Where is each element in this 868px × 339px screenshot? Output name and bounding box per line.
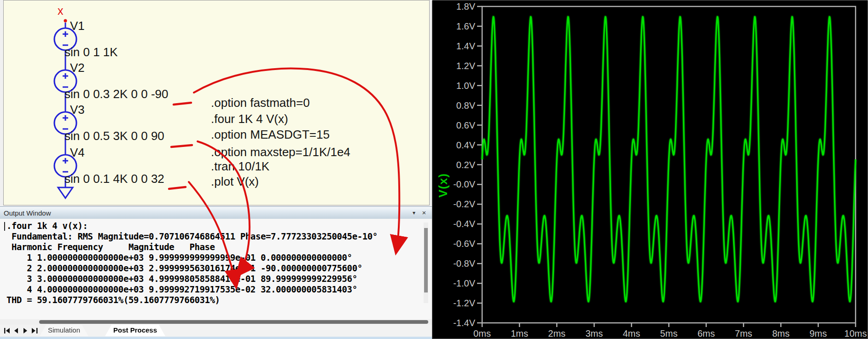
vertical-scrollbar[interactable] — [424, 222, 428, 303]
ground-symbol[interactable] — [58, 187, 73, 198]
spice-directive[interactable]: .four 1K 4 V(x) — [211, 113, 288, 125]
y-tick-label: 1.6V — [456, 21, 476, 31]
source-value-v2[interactable]: sin 0 0.3 2K 0 0 -90 — [64, 88, 168, 100]
y-tick-label: 1.0V — [456, 81, 476, 91]
y-tick-label: -0.8V — [453, 258, 475, 269]
output-line: .four 1k 4 v(x): — [6, 221, 88, 231]
output-line: 3 3.000000000000000e+03 4.99999805858841… — [6, 274, 357, 284]
first-tab-icon[interactable] — [4, 328, 10, 333]
next-tab-icon[interactable] — [23, 328, 27, 333]
vertical-scrollbar-thumb[interactable] — [424, 228, 428, 292]
waveform-trace-vx[interactable] — [482, 17, 856, 302]
tab-post-process[interactable]: Post Process — [105, 325, 165, 336]
x-tick-label: 4ms — [623, 328, 641, 339]
left-panel: x V1sin 0 1 1KV2sin 0 0.3 2K 0 0 -90V — [0, 0, 432, 339]
tab-nav-buttons — [4, 327, 39, 335]
last-tab-icon[interactable] — [32, 328, 38, 333]
spice-directive[interactable]: .plot V(x) — [211, 175, 259, 188]
y-tick-label: 0.6V — [456, 120, 476, 130]
plot-canvas[interactable]: 1.8V1.6V1.4V1.2V1.0V0.8V0.6V0.4V0.2V-0.0… — [432, 0, 868, 339]
x-tick-label: 1ms — [511, 328, 528, 339]
output-line: 4 4.000000000000000e+03 9.99999271991753… — [6, 284, 357, 294]
horizontal-scrollbar[interactable] — [0, 319, 432, 325]
x-tick-label: 9ms — [810, 328, 827, 339]
output-window-titlebar[interactable]: Output Window ▾ × — [0, 206, 432, 219]
source-name-v2[interactable]: V2 — [70, 62, 85, 74]
y-tick-label: -0.2V — [453, 199, 475, 209]
plot-y-axis-label: V(x) — [436, 124, 450, 198]
waveform-plot-panel[interactable]: 1.8V1.6V1.4V1.2V1.0V0.8V0.6V0.4V0.2V-0.0… — [432, 0, 868, 339]
output-line: 2 2.000000000000000e+03 2.99999956301617… — [6, 263, 362, 273]
y-tick-label: 0.2V — [456, 160, 476, 170]
close-icon[interactable]: × — [420, 209, 428, 216]
window-bottom-strip — [0, 337, 432, 339]
tab-bar: SimulationPost Process — [0, 325, 432, 337]
output-window-title: Output Window — [4, 209, 51, 217]
output-window: Output Window ▾ × .four 1k 4 v(x): Funda… — [0, 206, 432, 325]
y-tick-label: -0.4V — [453, 219, 475, 229]
x-tick-label: 2ms — [548, 328, 565, 339]
source-name-v1[interactable]: V1 — [70, 20, 85, 32]
x-tick-label: 5ms — [660, 328, 678, 339]
y-tick-label: 0.4V — [456, 140, 476, 150]
output-line: Harmonic Frequency Magnitude Phase — [6, 242, 215, 252]
text-caret — [4, 222, 5, 231]
source-value-v3[interactable]: sin 0 0.5 3K 0 0 90 — [64, 130, 164, 142]
spice-directive[interactable]: .option MEASDGT=15 — [211, 129, 330, 141]
y-tick-label: 1.8V — [456, 1, 476, 12]
spice-directive[interactable]: .option maxstep=1/1K/1e4 — [211, 146, 350, 158]
x-tick-label: 0ms — [473, 328, 491, 339]
tab-simulation[interactable]: Simulation — [40, 325, 88, 336]
app-window: x V1sin 0 1 1KV2sin 0 0.3 2K 0 0 -90V — [0, 0, 868, 339]
x-tick-label: 7ms — [735, 328, 752, 339]
y-tick-label: 0.8V — [456, 100, 476, 111]
x-tick-label: 10ms — [845, 328, 867, 339]
source-value-v4[interactable]: sin 0 0.1 4K 0 0 32 — [64, 173, 164, 185]
y-tick-label: 1.4V — [456, 41, 476, 51]
output-window-content[interactable]: .four 1k 4 v(x): Fundamental: RMS Magnit… — [0, 219, 432, 319]
y-tick-label: -1.4V — [453, 318, 475, 328]
x-tick-label: 8ms — [772, 328, 790, 339]
source-value-v1[interactable]: sin 0 1 1K — [64, 46, 118, 58]
y-tick-label: -1.0V — [453, 278, 475, 288]
y-tick-label: -0.0V — [453, 179, 475, 189]
source-name-v4[interactable]: V4 — [70, 146, 85, 158]
source-name-v3[interactable]: V3 — [70, 104, 85, 116]
node-dot — [64, 19, 67, 23]
horizontal-scrollbar-thumb[interactable] — [39, 320, 428, 324]
output-line: 1 1.000000000000000e+03 9.99999999999999… — [6, 252, 352, 263]
spice-directive[interactable]: .option fastmath=0 — [211, 97, 310, 109]
x-tick-label: 6ms — [698, 328, 715, 339]
x-tick-label: 3ms — [585, 328, 603, 339]
y-tick-label: 1.2V — [456, 61, 476, 71]
y-tick-label: -0.6V — [453, 239, 475, 249]
output-line: Fundamental: RMS Magnitude=0.70710674686… — [6, 231, 378, 241]
y-tick-label: -1.2V — [453, 298, 475, 308]
output-line: THD = 59.1607779766031%(59.1607779766031… — [6, 295, 220, 305]
spice-directive[interactable]: .tran 10/1K — [211, 160, 269, 173]
collapse-icon[interactable]: ▾ — [410, 209, 418, 216]
prev-tab-icon[interactable] — [14, 328, 18, 333]
